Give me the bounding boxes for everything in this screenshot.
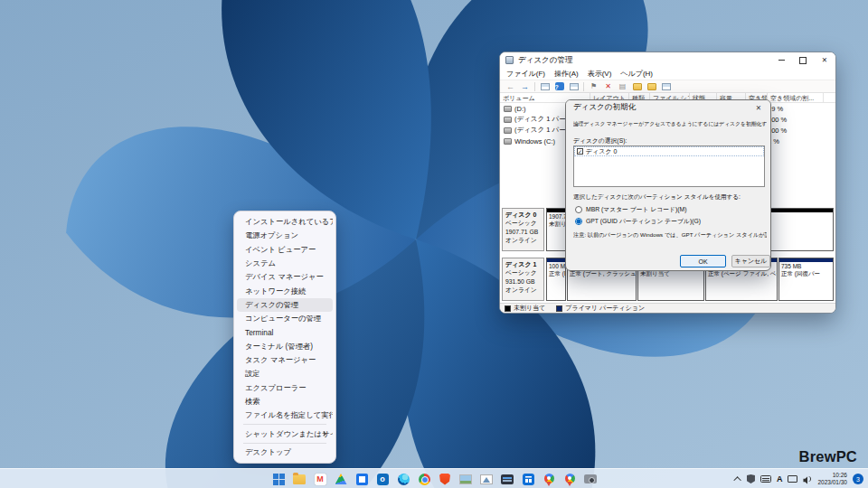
close-button[interactable] [814, 52, 835, 68]
gpt-radio[interactable] [575, 218, 582, 225]
gpt-radio-row[interactable]: GPT (GUID パーティション テーブル)(G) [575, 217, 701, 226]
mbr-radio[interactable] [575, 206, 582, 213]
menu-item-computer-management[interactable]: コンピューターの管理 [237, 312, 333, 325]
partition-efi[interactable]: 100 MB 正常 (EF [546, 258, 566, 301]
maps-button[interactable] [542, 472, 556, 486]
disk-size: 1907.71 GB [505, 228, 543, 236]
taskbar: M o A 10:26 2023/01/30 [0, 468, 868, 488]
menu-item-terminal[interactable]: Terminal [237, 325, 333, 339]
brave-button[interactable] [438, 472, 452, 486]
gallery-button[interactable] [479, 472, 494, 486]
menu-view[interactable]: 表示(V) [588, 69, 612, 79]
start-button[interactable] [271, 472, 286, 486]
column-freepct[interactable]: 空き領域の割... [768, 93, 824, 102]
tray-shield-icon[interactable] [747, 474, 755, 483]
graph-view-icon[interactable] [570, 83, 579, 90]
menu-item-device-manager[interactable]: デバイス マネージャー [237, 270, 333, 284]
notification-badge[interactable]: 3 [853, 474, 863, 484]
legend-unallocated-label: 未割り当て [514, 304, 545, 313]
menu-item-terminal-admin[interactable]: ターミナル (管理者) [237, 340, 333, 353]
maps-button-2[interactable] [562, 472, 577, 486]
disk1-header[interactable]: ディスク 1 ベーシック 931.50 GB オンライン [502, 258, 544, 301]
forward-icon[interactable] [520, 81, 530, 91]
table-icon[interactable] [662, 83, 671, 90]
tray-speaker-icon[interactable] [803, 475, 812, 483]
menu-item-power-options[interactable]: 電源オプション [237, 229, 333, 242]
disk-name: ディスク 1 [505, 260, 543, 268]
menu-item-shutdown-label: シャットダウンまたはサインアウト [245, 429, 333, 439]
menu-item-run[interactable]: ファイル名を指定して実行 [237, 408, 333, 422]
winx-context-menu: インストールされているアプリ 電源オプション イベント ビューアー システム デ… [233, 211, 336, 464]
menu-help[interactable]: ヘルプ(H) [620, 69, 653, 79]
photos-icon [459, 474, 472, 484]
tray-clock[interactable]: 10:26 2023/01/30 [817, 472, 847, 486]
partition-recovery[interactable]: 735 MB 正常 (回復パー [778, 258, 834, 301]
list-view-icon[interactable] [541, 83, 550, 90]
dialog-title: ディスクの初期化 [573, 102, 636, 113]
title-bar[interactable]: ディスクの管理 [500, 52, 835, 68]
drive-button[interactable] [334, 472, 348, 486]
disk0-checkbox[interactable] [577, 148, 583, 155]
disk-name: ディスク 0 [505, 211, 543, 219]
maximize-button[interactable] [792, 52, 814, 68]
gmail-icon: M [315, 474, 326, 485]
explorer-icon [293, 474, 306, 484]
dialog-close-icon[interactable] [752, 103, 765, 113]
menu-item-system[interactable]: システム [237, 257, 333, 270]
flag-icon[interactable] [589, 81, 599, 91]
folder-icon[interactable] [647, 83, 656, 90]
toolbar-separator [534, 82, 535, 91]
menu-item-task-manager[interactable]: タスク マネージャー [237, 353, 333, 367]
disk-type: ベーシック [505, 268, 543, 277]
partition-status: 正常 (ブート, クラッシュ ダンプ [570, 270, 634, 277]
camera-button[interactable] [583, 472, 598, 486]
menu-item-desktop[interactable]: デスクトップ [237, 446, 333, 459]
menu-item-event-viewer[interactable]: イベント ビューアー [237, 243, 333, 257]
menu-file[interactable]: ファイル(F) [506, 69, 545, 79]
legend-bar: 未割り当て プライマリ パーティション [500, 303, 835, 313]
menu-separator [243, 443, 326, 444]
delete-icon[interactable] [603, 81, 613, 91]
menu-item-shutdown[interactable]: シャットダウンまたはサインアウト [237, 427, 333, 440]
system-tray: A 10:26 2023/01/30 3 [736, 469, 863, 488]
menu-item-search[interactable]: 検索 [237, 395, 333, 408]
initialize-disk-dialog: ディスクの初期化 論理ディスク マネージャーがアクセスできるようにするにはディス… [565, 99, 771, 271]
partition-status: 正常 (EF [549, 270, 563, 277]
back-icon[interactable] [505, 81, 515, 91]
legend-primary-label: プライマリ パーティション [565, 304, 645, 313]
disk0-header[interactable]: ディスク 0 ベーシック 1907.71 GB オンライン [502, 208, 544, 251]
minimize-button[interactable] [770, 52, 792, 68]
menu-item-network-connections[interactable]: ネットワーク接続 [237, 284, 333, 297]
properties-icon[interactable] [618, 81, 627, 91]
cancel-button[interactable]: キャンセル [731, 255, 770, 267]
dialog-title-bar[interactable]: ディスクの初期化 [566, 100, 770, 115]
ime-mode-indicator[interactable]: A [777, 474, 783, 483]
menu-item-explorer[interactable]: エクスプローラー [237, 381, 333, 395]
mbr-label: MBR (マスター ブート レコード)(M) [586, 205, 687, 214]
snip-tool-button[interactable] [500, 472, 514, 486]
folder-icon[interactable] [633, 83, 642, 90]
disk-select-listbox[interactable]: ディスク 0 [573, 145, 765, 187]
calendar-button[interactable] [354, 472, 369, 486]
tray-display-icon[interactable] [788, 475, 797, 483]
disk0-label: ディスク 0 [586, 147, 618, 156]
chrome-button[interactable] [417, 472, 431, 486]
disk-size: 931.50 GB [505, 277, 543, 286]
disk0-list-item[interactable]: ディスク 0 [574, 146, 764, 156]
edge-button[interactable] [396, 472, 410, 486]
menu-item-installed-apps[interactable]: インストールされているアプリ [237, 215, 333, 229]
calculator-button[interactable] [521, 472, 535, 486]
taskbar-icons: M o [271, 469, 598, 488]
menu-item-settings[interactable]: 設定 [237, 367, 333, 380]
file-explorer-button[interactable] [292, 472, 307, 486]
menu-item-disk-management[interactable]: ディスクの管理 [237, 298, 333, 312]
help-icon[interactable] [555, 82, 564, 90]
outlook-button[interactable]: o [375, 472, 390, 486]
ok-button[interactable]: OK [680, 255, 726, 267]
tray-chevron-up-icon[interactable] [733, 476, 741, 483]
menu-action[interactable]: 操作(A) [554, 69, 579, 79]
gmail-button[interactable]: M [313, 472, 327, 486]
mbr-radio-row[interactable]: MBR (マスター ブート レコード)(M) [575, 205, 687, 214]
tray-keyboard-icon[interactable] [760, 475, 771, 483]
photos-button[interactable] [458, 472, 473, 486]
